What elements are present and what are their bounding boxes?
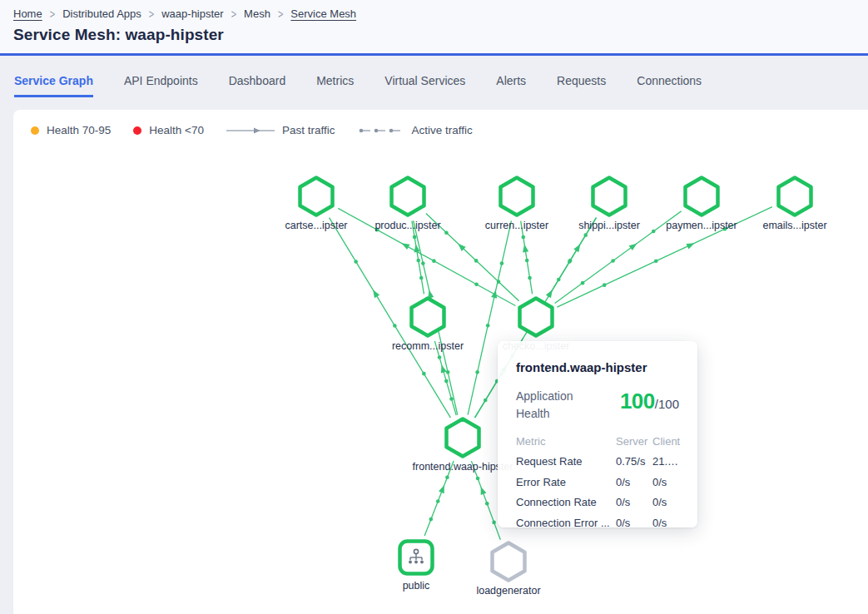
tab-metrics[interactable]: Metrics [316, 74, 354, 97]
tooltip-col-header-metric: Metric [516, 435, 616, 448]
tooltip-metric-table: MetricServerClientRequest Rate0.75/s21.7… [516, 435, 679, 529]
tooltip-health-label: Application Health [516, 388, 596, 423]
tooltip-cell-client: 21.7/s [652, 455, 679, 468]
node-tooltip: frontend.waap-hipster Application Health… [498, 341, 697, 527]
service-hexagon-icon [498, 176, 535, 217]
service-hexagon-icon [490, 541, 527, 582]
tooltip-cell-metric: Connection Error ... [516, 517, 616, 529]
tooltip-cell-metric: Connection Rate [516, 496, 616, 508]
breadcrumb-item-waap-hipster[interactable]: waap-hipster [161, 7, 223, 20]
service-hexagon-icon [444, 417, 481, 458]
service-graph-panel: Health 70-95Health <70Past trafficActive… [13, 110, 868, 614]
node-loadgenerator[interactable]: loadgenerator [490, 541, 527, 586]
tooltip-health-value: 100/100 [620, 388, 679, 414]
node-frontend[interactable]: frontend.waap-hipster [444, 417, 481, 462]
breadcrumb: Home>Distributed Apps>waap-hipster>Mesh>… [13, 7, 855, 20]
node-label: emails...ipster [732, 220, 857, 231]
service-hexagon-icon [409, 296, 446, 338]
tooltip-cell-server: 0/s [616, 517, 652, 529]
tooltip-cell-server: 0/s [616, 476, 652, 488]
tooltip-cell-metric: Request Rate [516, 455, 616, 468]
tab-virtual-services[interactable]: Virtual Services [384, 74, 465, 97]
tab-requests[interactable]: Requests [557, 74, 606, 97]
page-header: Home>Distributed Apps>waap-hipster>Mesh>… [0, 0, 868, 56]
tab-alerts[interactable]: Alerts [496, 74, 526, 97]
tab-dashboard[interactable]: Dashboard [229, 74, 286, 97]
edge-loadgenerator-to-frontend [471, 461, 500, 540]
breadcrumb-separator: > [50, 7, 55, 20]
node-currencyservice[interactable]: curren...ipster [498, 176, 535, 220]
tab-bar: Service GraphAPI EndpointsDashboardMetri… [0, 56, 868, 111]
node-checkout[interactable]: checko...ipster [518, 296, 554, 341]
tooltip-title: frontend.waap-hipster [516, 360, 679, 374]
edge-checkout-to-currencyservice [521, 221, 533, 295]
node-emailservice[interactable]: emails...ipster [776, 176, 813, 220]
node-productcatalog[interactable]: produc...ipster [389, 176, 426, 220]
tooltip-cell-client: 0/s [652, 496, 679, 508]
service-hexagon-icon [389, 176, 426, 217]
node-cartservice[interactable]: cartse...ipster [298, 176, 335, 220]
health-score: 100 [620, 389, 655, 413]
node-label: recomm...ipster [365, 340, 490, 352]
breadcrumb-item-service-mesh[interactable]: Service Mesh [290, 7, 356, 20]
service-hexagon-icon [298, 176, 335, 217]
tooltip-col-header-client: Client [652, 435, 679, 448]
tooltip-cell-server: 0/s [616, 496, 652, 508]
service-hexagon-icon [776, 176, 813, 217]
breadcrumb-item-distributed-apps[interactable]: Distributed Apps [62, 7, 141, 20]
node-label: produc...ipster [345, 220, 470, 231]
node-public[interactable]: public [398, 539, 434, 579]
tooltip-col-header-server: Server [616, 435, 652, 448]
breadcrumb-item-mesh[interactable]: Mesh [244, 7, 270, 20]
node-label: loadgenerator [446, 585, 571, 597]
tooltip-cell-client: 0/s [652, 476, 679, 488]
service-hexagon-icon [518, 296, 554, 338]
breadcrumb-separator: > [231, 7, 236, 20]
graph-edges [13, 110, 868, 614]
tab-connections[interactable]: Connections [637, 74, 702, 97]
breadcrumb-separator: > [278, 7, 283, 20]
service-graph-canvas[interactable]: cartse...ipsterproduc...ipstercurren...i… [13, 110, 868, 614]
service-hexagon-icon [683, 176, 720, 217]
page-title: Service Mesh: waap-hipster [13, 26, 855, 44]
tooltip-cell-client: 0/s [652, 517, 679, 529]
health-max: /100 [655, 397, 679, 411]
edge-frontend-to-recommendation [434, 341, 456, 415]
node-recommendation[interactable]: recomm...ipster [409, 296, 446, 341]
tab-api-endpoints[interactable]: API Endpoints [124, 74, 198, 97]
node-shippingservice[interactable]: shippi...ipster [591, 176, 627, 220]
service-hexagon-icon [591, 176, 627, 217]
tooltip-cell-server: 0.75/s [616, 455, 652, 468]
breadcrumb-item-home[interactable]: Home [13, 7, 42, 20]
breadcrumb-separator: > [149, 7, 154, 20]
tooltip-cell-metric: Error Rate [516, 476, 616, 488]
node-paymentservice[interactable]: paymen...ipster [683, 176, 720, 220]
gateway-icon [398, 539, 434, 576]
tab-service-graph[interactable]: Service Graph [14, 74, 93, 97]
